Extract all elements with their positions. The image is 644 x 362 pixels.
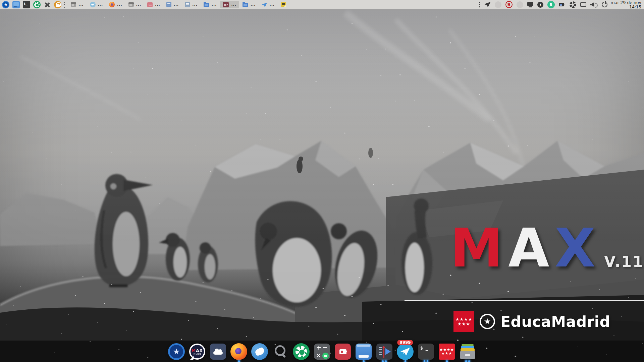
educamadrid-wordmark: EducaMadrid [500,313,610,330]
window-list: ... ... ... ... ... ... [68,1,291,8]
running-indicator [382,360,384,362]
top-panel: ★ $_ ... ... ... ... [0,0,644,9]
dock-search[interactable] [272,343,289,360]
lock-screen-icon[interactable] [54,1,61,8]
dock-archive[interactable] [459,343,476,360]
window-title: ... [155,3,160,6]
running-indicator [385,360,387,362]
taskbar-window-recorder-active[interactable]: ... [220,1,239,8]
terminal-launcher-icon[interactable]: $_ [23,1,30,8]
taskbar-window-note[interactable] [278,1,291,8]
clock[interactable]: mar 29 de nov 14:15 [611,0,641,9]
tray-overflow-icon[interactable] [479,2,480,7]
taskbar-window-educamadrid[interactable]: ... [145,1,163,8]
taskbar-window-2[interactable]: ... [126,1,144,8]
taskbar-window-document-1[interactable]: ... [164,1,182,8]
info-icon[interactable]: i [537,2,543,8]
screenshot-launcher-icon[interactable] [33,1,41,8]
notification-count-icon[interactable]: 9 [505,1,513,8]
window-title: ... [251,3,256,6]
window-title: ... [269,3,275,6]
power-icon[interactable] [602,2,607,7]
tray-inactive-app-icon[interactable] [517,1,523,8]
dock-file-manager[interactable] [355,343,372,360]
dock-screenshot[interactable] [293,343,310,360]
volume-icon[interactable] [590,2,598,7]
window-title: ... [78,3,84,6]
running-indicator [238,360,240,362]
dock-max-menu[interactable]: ★ [168,343,185,360]
running-indicator [465,360,467,362]
calculator-icon: + − × = [314,344,330,360]
taskbar-window-telegram[interactable]: ... [87,1,106,8]
flag-stars-row2: ★★★ [458,322,470,326]
taskbar-window-document-2[interactable]: ... [182,1,200,8]
webcam-icon[interactable] [559,3,564,6]
logo-letter-m: M [450,227,503,270]
running-indicator [424,360,425,362]
document-icon [185,2,190,7]
running-indicator [405,360,406,362]
dock-firefox[interactable] [230,343,247,360]
unread-badge: 9999 [397,340,413,345]
tray-inactive-app-icon[interactable] [495,1,501,8]
window-icon [128,2,134,7]
clock-time: 14:15 [611,5,641,9]
screen-recorder-icon [223,2,229,7]
logo-letter-x: X [555,227,596,270]
display-settings-icon[interactable] [527,2,533,6]
send-arrow-icon [262,3,267,7]
screenshot-shutter-icon [293,343,310,360]
dock-screen-recorder[interactable] [334,343,351,360]
sync-icon[interactable]: S [547,1,555,8]
madrid-flag: ★★★★ ★★★ [453,311,474,332]
penguin-wallpaper-art [0,9,644,362]
telegram-icon [90,2,96,7]
max-inside-bubble-icon: MMAXAX INSIDE [189,344,205,360]
taskbar-window-folder-2[interactable]: ... [240,1,259,8]
dock-telegram[interactable]: 9999 [397,343,414,360]
screen-recorder-icon [335,344,351,360]
running-indicator [446,360,448,362]
sticky-note-icon [281,2,286,7]
dock-media-player[interactable] [376,343,393,360]
educamadrid-star-icon: ★ [480,314,495,329]
running-indicator [363,360,365,362]
tray-paper-plane-icon[interactable] [484,2,491,7]
max-menu-icon[interactable]: ★ [2,1,9,8]
flag-stars-row1: ★★★★ [455,317,473,321]
taskbar-window-folder-1[interactable]: ... [201,1,220,8]
taskbar-window-firefox[interactable]: ... [106,1,125,8]
taskbar-window-send[interactable]: ... [259,1,277,8]
window-title: ... [98,3,103,6]
max-version-logo: M A X V.11.5 [450,227,644,270]
taskbar-window-1[interactable]: ... [68,1,87,8]
window-title: ... [192,3,198,6]
close-window-icon[interactable] [44,1,51,8]
clock-date: mar 29 de nov [611,0,641,5]
monitor-icon[interactable] [580,2,586,7]
window-icon [71,2,76,7]
window-title: ... [212,3,217,6]
dock-owncloud[interactable] [210,343,226,360]
max-desktop: M A X V.11.5 ★★★★ ★★★ ★ EducaMadrid ★ $_ [0,0,644,362]
shutter-swirl-icon[interactable] [570,1,576,8]
show-desktop-icon[interactable] [12,1,20,8]
madrid-flag-icon: ★★★★ ★★★ [439,344,455,360]
dock-terminal[interactable]: $ _ [418,343,434,360]
thunderbird-icon [251,343,268,360]
firefox-icon [109,2,115,7]
quick-launchers: ★ $_ [2,1,61,8]
dock-educamadrid[interactable]: ★★★★ ★★★ [438,343,455,360]
educamadrid-branding: ★★★★ ★★★ ★ EducaMadrid [453,311,610,332]
folder-icon [243,3,248,7]
dock-thunderbird[interactable] [251,343,268,360]
running-indicator [468,360,470,362]
archive-cabinet-icon [460,344,476,360]
window-title: ... [136,3,142,6]
branding-divider-line [405,300,644,301]
owncloud-icon [210,344,226,360]
dock-calculator[interactable]: + − × = [314,343,330,360]
window-title: ... [174,3,179,6]
dock-max-inside[interactable]: MMAXAX INSIDE [189,343,206,360]
